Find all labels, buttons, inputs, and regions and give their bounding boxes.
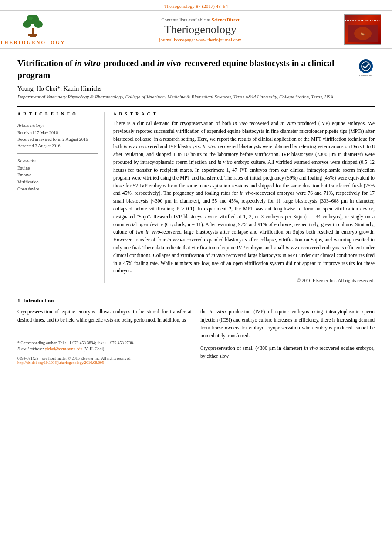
- homepage-url: www.theriojournal.com: [196, 37, 241, 42]
- journal-cover: THERIOGENOLOGY 🐎: [344, 14, 383, 45]
- article-title-section: Vitrification of in vitro-produced and i…: [17, 58, 375, 81]
- article-info: A R T I C L E I N F O Article history: R…: [17, 112, 105, 283]
- main-content: Vitrification of in vitro-produced and i…: [0, 49, 392, 373]
- crossmark-label: CrossMark: [359, 74, 372, 77]
- article-info-abstract: A R T I C L E I N F O Article history: R…: [17, 106, 375, 283]
- journal-info: Contents lists available at ScienceDirec…: [61, 17, 340, 42]
- email-line: E-mail address: ylchoi@cvm.tamu.edu (Y.-…: [17, 346, 192, 352]
- keyword-open-device: Open device: [17, 186, 98, 193]
- intro-two-col: Cryopreservation of equine embryos allow…: [17, 308, 375, 364]
- journal-name: Theriogenology: [61, 23, 340, 36]
- doi-line[interactable]: http://dx.doi.org/10.1016/j.theriogenolo…: [17, 360, 192, 365]
- journal-citation: Theriogenology 87 (2017) 48–54: [0, 0, 392, 10]
- elsevier-logo-text: THERIOGENOLOGY: [0, 40, 65, 45]
- revised-date: Received in revised form 2 August 2016: [17, 136, 98, 142]
- intro-right-text-2: Cryopreservation of small (<300 μm in di…: [200, 344, 375, 360]
- keyword-embryo: Embryo: [17, 172, 98, 179]
- received-date: Received 17 May 2016: [17, 129, 98, 136]
- svg-point-12: [360, 61, 372, 72]
- intro-left-text: Cryopreservation of equine embryos allow…: [17, 308, 192, 324]
- intro-right-col: the in vitro production (IVP) of equine …: [200, 308, 375, 364]
- introduction-section: 1. Introduction Cryopreservation of equi…: [17, 292, 375, 364]
- journal-homepage: journal homepage: www.theriojournal.com: [61, 37, 340, 42]
- svg-rect-2: [32, 28, 34, 35]
- accepted-date: Accepted 3 August 2016: [17, 142, 98, 149]
- keywords-label: Keywords:: [17, 158, 98, 163]
- copyright: © 2016 Elsevier Inc. All rights reserved…: [113, 278, 375, 283]
- science-direct-link[interactable]: ScienceDirect: [212, 17, 240, 22]
- intro-left-col: Cryopreservation of equine embryos allow…: [17, 308, 192, 364]
- svg-text:🐎: 🐎: [360, 32, 365, 36]
- intro-right-text: the in vitro production (IVP) of equine …: [200, 308, 375, 340]
- keyword-vitrification: Vitrification: [17, 179, 98, 186]
- abstract-text: There is a clinical demand for cryoprese…: [113, 120, 375, 275]
- section-title: 1. Introduction: [17, 297, 375, 304]
- abstract-section: A B S T R A C T There is a clinical dema…: [113, 112, 375, 283]
- journal-header: THERIOGENOLOGY Contents lists available …: [0, 10, 392, 49]
- footnotes: * Corresponding author. Tel.: +1 979 458…: [17, 337, 192, 353]
- affiliation: Department of Veterinary Physiology & Ph…: [17, 94, 375, 99]
- email-link[interactable]: ylchoi@cvm.tamu.edu: [45, 347, 82, 351]
- crossmark[interactable]: CrossMark: [357, 59, 375, 77]
- abstract-heading: A B S T R A C T: [113, 112, 375, 116]
- authors: Young–Ho Choi*, Katrin Hinrichs: [17, 85, 375, 92]
- bottom-bar: 0093-691X/$ – see front matter © 2016 El…: [17, 356, 192, 360]
- publisher-logo: THERIOGENOLOGY: [9, 15, 57, 45]
- corresponding-author: * Corresponding author. Tel.: +1 979 458…: [17, 340, 192, 346]
- contents-available-text: Contents lists available at ScienceDirec…: [61, 17, 340, 22]
- history-label: Article history:: [17, 123, 98, 128]
- cover-title-text: THERIOGENOLOGY: [343, 17, 382, 24]
- keyword-equine: Equine: [17, 165, 98, 172]
- svg-point-7: [32, 18, 40, 24]
- issn-text: 0093-691X/$ – see front matter © 2016 El…: [17, 356, 132, 360]
- crossmark-logo: [359, 59, 373, 73]
- article-title: Vitrification of in vitro-produced and i…: [17, 58, 353, 81]
- svg-point-8: [28, 17, 33, 20]
- article-info-heading: A R T I C L E I N F O: [17, 112, 98, 116]
